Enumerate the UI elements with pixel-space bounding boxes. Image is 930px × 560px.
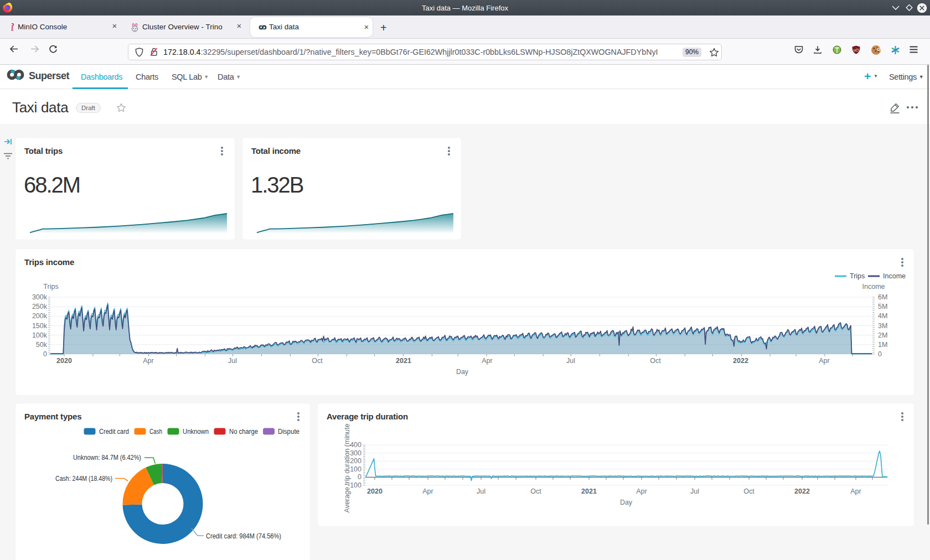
svg-text:uO: uO <box>854 48 859 52</box>
